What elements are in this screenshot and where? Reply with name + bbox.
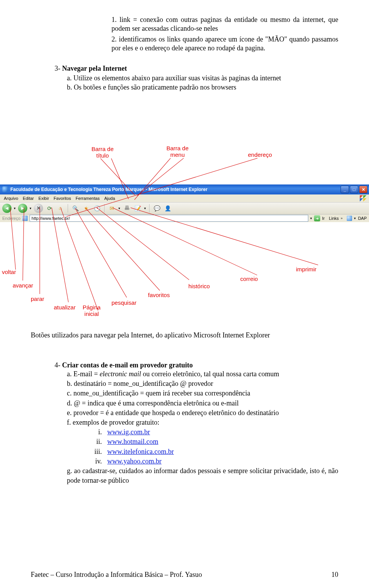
stop-button[interactable]: ✕ <box>34 204 43 213</box>
page-number: 10 <box>331 571 338 579</box>
toolbar: ◄ ▾ ► ▾ ✕ ⟳ ⌂ 🔍 ★ 🕑 ✉ ▾ 🖶 📝 ▾ 💬 👤 <box>0 203 369 214</box>
sec3-num: 3- <box>55 65 60 72</box>
link-itelefonica[interactable]: www.itelefonica.com.br <box>107 448 174 455</box>
windows-flag-icon <box>360 195 367 201</box>
link-row: i.www.ig.com.br <box>90 427 338 437</box>
link-row: ii.www.hotmail.com <box>90 437 338 447</box>
label-pesquisar: pesquisar <box>111 300 136 306</box>
dap-label[interactable]: DAP <box>358 216 367 221</box>
page-icon <box>22 216 28 221</box>
sec4-g: g. ao cadastrar-se, cuidados ao informar… <box>67 466 338 485</box>
window-title: Faculdade de Educação e Tecnologia There… <box>10 187 208 192</box>
sec4-e: e. provedor = é a entidade que hospeda o… <box>67 408 338 418</box>
addressbar: Endereço http://www.faetec.br/ ▾ ➜ Ir Li… <box>0 214 369 222</box>
menu-exibir[interactable]: Exibir <box>38 196 49 201</box>
menu-favoritos[interactable]: Favoritos <box>54 196 71 201</box>
list-item: 2. identificamos os links quando aparece… <box>111 35 338 53</box>
sec4-b: b. destinatário = nome_ou_identificação … <box>67 379 338 389</box>
links-dropdown[interactable]: » <box>341 216 342 220</box>
menu-arquivo[interactable]: Arquivo <box>4 196 18 201</box>
label-barra-menu: Barra demenu <box>166 145 189 158</box>
link-hotmail[interactable]: www.hotmail.com <box>107 438 158 445</box>
menu-editar[interactable]: Editar <box>23 196 34 201</box>
edit-dropdown[interactable]: ▾ <box>144 206 146 210</box>
sec4-num: 4- <box>55 361 60 369</box>
rule-line <box>40 208 40 294</box>
url-dropdown[interactable]: ▾ <box>310 216 312 220</box>
list-text: identificamos os links quando aparece um… <box>111 35 338 52</box>
close-button[interactable]: ✕ <box>359 186 367 193</box>
label-barra-titulo: Barra detítulo <box>91 146 114 159</box>
back-dropdown[interactable]: ▾ <box>14 206 16 210</box>
caption: Botões utilizados para navegar pela Inte… <box>31 331 338 340</box>
label-parar: parar <box>31 296 44 302</box>
sec4-f: f. exemplos de provedor gratuito: <box>67 418 338 427</box>
label-imprimir: imprimir <box>296 266 316 273</box>
print-button[interactable]: 🖶 <box>123 204 131 213</box>
list-item: 1. link = conexão com outras paginas da … <box>111 15 338 33</box>
menubar: Arquivo Editar Exibir Favoritos Ferramen… <box>0 194 369 203</box>
links-label[interactable]: Links <box>329 216 339 221</box>
forward-button[interactable]: ► <box>18 204 27 213</box>
edit-button[interactable]: 📝 <box>133 204 142 213</box>
menu-ajuda[interactable]: Ajuda <box>104 196 115 201</box>
label-endereco: endereço <box>248 152 272 158</box>
dap-icon <box>347 216 352 221</box>
forward-dropdown[interactable]: ▾ <box>30 206 32 210</box>
sec4-d: d. @ = indica que é uma correspondência … <box>67 399 338 408</box>
messenger-button[interactable]: 👤 <box>163 204 172 213</box>
mail-dropdown[interactable]: ▾ <box>118 206 120 210</box>
label-pagina: Páginainicial <box>83 304 101 317</box>
label-avancar: avançar <box>13 282 33 289</box>
link-row: iv.www.yahoo.com.br <box>90 457 338 466</box>
list-text: link = conexão com outras paginas da ent… <box>111 16 338 32</box>
label-correio: correio <box>240 276 258 282</box>
titlebar: Faculdade de Educação e Tecnologia There… <box>0 184 369 194</box>
label-voltar: voltar <box>2 269 16 276</box>
go-label: Ir <box>322 216 325 221</box>
rule-line <box>60 208 98 311</box>
link-ig[interactable]: www.ig.com.br <box>107 428 150 436</box>
list-num: 1. <box>111 16 117 23</box>
label-historico: histórico <box>188 283 210 290</box>
ie-icon <box>2 186 8 193</box>
list-num: 2. <box>111 35 117 43</box>
browser-window: Faculdade de Educação e Tecnologia There… <box>0 184 369 221</box>
menu-ferramentas[interactable]: Ferramentas <box>76 196 100 201</box>
maximize-button[interactable]: □ <box>350 186 358 193</box>
dap-chev[interactable]: ▾ <box>354 216 356 220</box>
footer: Faetec – Curso Introdução a Informática … <box>31 571 338 579</box>
minimize-button[interactable]: _ <box>341 186 349 193</box>
go-button[interactable]: ➜ <box>314 215 320 221</box>
url-input[interactable]: http://www.faetec.br/ <box>30 215 308 222</box>
footer-left: Faetec – Curso Introdução a Informática … <box>31 571 202 579</box>
label-atualizar: atualizar <box>54 304 76 311</box>
sec3-title: Navegar pela Internet <box>62 65 127 72</box>
sec4-a: a. E-mail = electronic mail ou correio e… <box>67 369 338 379</box>
discuss-button[interactable]: 💬 <box>153 204 161 213</box>
link-yahoo[interactable]: www.yahoo.com.br <box>107 457 161 465</box>
sec4-title: Criar contas de e-mail em provedor gratu… <box>62 361 193 369</box>
sec3-b: b. Os botões e funções são praticamente … <box>67 83 338 92</box>
sec3-a: a. Utilize os elementos abaixo para auxi… <box>67 73 338 83</box>
label-favoritos: favoritos <box>148 292 170 299</box>
sec4-c: c. nome_ou_identificação = quem irá rece… <box>67 389 338 398</box>
link-row: iii.www.itelefonica.com.br <box>90 447 338 457</box>
